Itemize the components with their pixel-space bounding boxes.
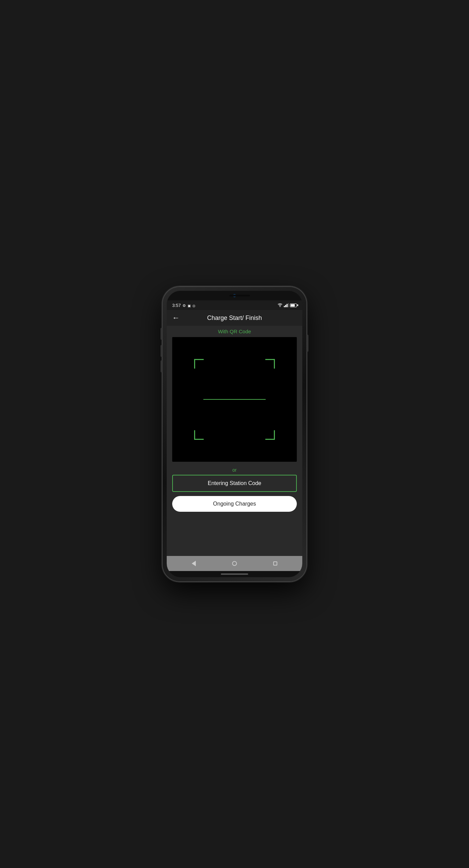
navigation-bar — [167, 556, 302, 571]
qr-corner-br — [265, 430, 275, 440]
home-nav-icon — [232, 561, 237, 566]
page-title: Charge Start/ Finish — [207, 314, 262, 322]
status-time: 3:57 — [172, 303, 181, 308]
qr-corner-tr — [265, 359, 275, 369]
phone-device: 3:57 — [163, 287, 306, 581]
camera-area — [167, 291, 302, 300]
phone-screen: 3:57 — [167, 291, 302, 577]
nav-back-button[interactable] — [192, 561, 196, 566]
ongoing-charges-button[interactable]: Ongoing Charges — [172, 496, 297, 512]
app-header: ← Charge Start/ Finish — [167, 310, 302, 326]
status-icons-right — [277, 303, 297, 307]
or-label: or — [232, 467, 237, 473]
wifi-icon — [277, 303, 283, 307]
back-nav-icon — [192, 561, 196, 566]
qr-label: With QR Code — [218, 328, 251, 334]
nav-home-button[interactable] — [232, 561, 237, 566]
gear-icon — [182, 302, 186, 308]
battery-icon — [290, 303, 297, 307]
qr-corner-tl — [194, 359, 204, 369]
signal-icon — [284, 303, 289, 307]
sd-card-icon — [188, 302, 191, 308]
scan-line — [203, 399, 266, 400]
recents-nav-icon — [273, 561, 277, 566]
bottom-bar — [167, 571, 302, 577]
svg-point-0 — [280, 306, 280, 307]
qr-corner-bl — [194, 430, 204, 440]
qr-scanner-area — [172, 337, 297, 462]
app-content: ← Charge Start/ Finish With QR Code or — [167, 310, 302, 556]
nfc-icon — [192, 302, 195, 308]
bottom-pill — [221, 573, 248, 575]
status-icons-left: 3:57 — [172, 302, 195, 308]
entering-station-code-button[interactable]: Entering Station Code — [172, 475, 297, 492]
speaker — [229, 295, 250, 297]
status-bar: 3:57 — [167, 300, 302, 310]
back-button[interactable]: ← — [172, 313, 180, 322]
nav-recents-button[interactable] — [273, 561, 277, 566]
main-content: With QR Code or Entering Station Code On… — [167, 326, 302, 556]
